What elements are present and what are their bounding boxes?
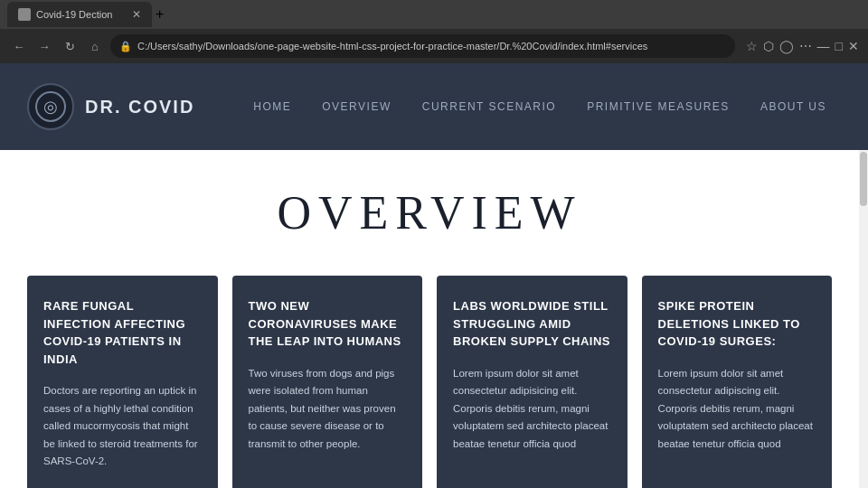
nav-links: HOME OVERVIEW CURRENT SCENARIO PRIMITIVE…: [239, 93, 841, 120]
card-3-title: LABS WORLDWIDE STILL STRUGGLING AMID BRO…: [453, 297, 611, 351]
address-text: C:/Users/sathy/Downloads/one-page-websit…: [137, 41, 647, 52]
card-1-body: Doctors are reporting an uptick in cases…: [43, 382, 202, 471]
card-2-body: Two viruses from dogs and pigs were isol…: [249, 365, 407, 454]
card-1: RARE FUNGAL INFECTION AFFECTING COVID-19…: [27, 276, 218, 488]
home-button[interactable]: ⌂: [85, 36, 105, 56]
logo-text: DR. COVID: [85, 97, 194, 117]
new-tab-button[interactable]: +: [156, 6, 164, 23]
star-icon[interactable]: ☆: [746, 39, 758, 53]
forward-button[interactable]: →: [34, 36, 54, 56]
browser-actions: ☆ ⬡ ◯ ⋯ — □ ✕: [746, 39, 859, 53]
nav-overview[interactable]: OVERVIEW: [307, 93, 405, 120]
tab-bar: Covid-19 Dection ✕ +: [0, 0, 868, 29]
card-4-body: Lorem ipsum dolor sit amet consectetur a…: [658, 365, 816, 454]
tab-close-button[interactable]: ✕: [132, 8, 141, 21]
menu-icon[interactable]: ⋯: [799, 39, 812, 53]
nav-about-us[interactable]: ABOUT US: [746, 93, 841, 120]
scrollbar[interactable]: [859, 150, 868, 488]
card-1-title: RARE FUNGAL INFECTION AFFECTING COVID-19…: [43, 297, 202, 368]
navbar: DR. COVID HOME OVERVIEW CURRENT SCENARIO…: [0, 63, 868, 150]
logo-icon: [27, 83, 74, 130]
main-content: OVERVIEW RARE FUNGAL INFECTION AFFECTING…: [0, 150, 859, 488]
browser-controls: ← → ↻ ⌂ 🔒 C:/Users/sathy/Downloads/one-p…: [0, 29, 868, 63]
tab-favicon: [18, 8, 31, 21]
refresh-button[interactable]: ↻: [60, 36, 80, 56]
overview-title: OVERVIEW: [27, 186, 832, 239]
card-3-body: Lorem ipsum dolor sit amet consectetur a…: [453, 365, 611, 454]
card-4: SPIKE PROTEIN DELETIONS LINKED TO COVID-…: [642, 276, 833, 488]
back-button[interactable]: ←: [9, 36, 29, 56]
profile-icon[interactable]: ◯: [779, 39, 794, 53]
tab-title: Covid-19 Dection: [36, 9, 112, 20]
close-window-icon[interactable]: ✕: [848, 39, 859, 53]
scrollbar-thumb[interactable]: [860, 152, 867, 206]
active-tab[interactable]: Covid-19 Dection ✕: [7, 2, 152, 27]
nav-home[interactable]: HOME: [239, 93, 306, 120]
cards-grid: RARE FUNGAL INFECTION AFFECTING COVID-19…: [27, 276, 832, 488]
lock-icon: 🔒: [119, 41, 132, 52]
logo-area: DR. COVID: [27, 83, 194, 130]
card-2: TWO NEW CORONAVIRUSES MAKE THE LEAP INTO…: [232, 276, 423, 488]
card-4-title: SPIKE PROTEIN DELETIONS LINKED TO COVID-…: [658, 297, 816, 351]
nav-current-scenario[interactable]: CURRENT SCENARIO: [408, 93, 571, 120]
maximize-icon[interactable]: □: [835, 39, 843, 53]
minimize-icon[interactable]: —: [817, 39, 830, 53]
card-2-title: TWO NEW CORONAVIRUSES MAKE THE LEAP INTO…: [249, 297, 407, 351]
nav-primitive-measures[interactable]: PRIMITIVE MEASURES: [572, 93, 744, 120]
extensions-icon[interactable]: ⬡: [763, 39, 774, 53]
card-3: LABS WORLDWIDE STILL STRUGGLING AMID BRO…: [437, 276, 627, 488]
page-content: OVERVIEW RARE FUNGAL INFECTION AFFECTING…: [0, 150, 868, 488]
address-bar[interactable]: 🔒 C:/Users/sathy/Downloads/one-page-webs…: [110, 34, 735, 58]
